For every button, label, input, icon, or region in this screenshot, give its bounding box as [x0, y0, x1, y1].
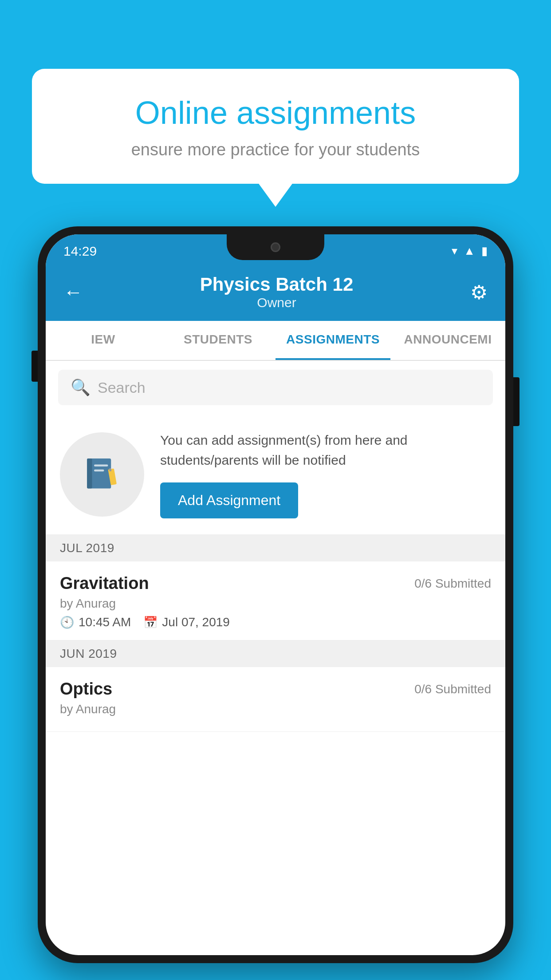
assignment-row1-optics: Optics 0/6 Submitted — [60, 680, 491, 699]
tab-announcements[interactable]: ANNOUNCEMI — [390, 321, 505, 360]
phone-screen: 14:29 ▾ ▲ ▮ ← Physics Batch 12 Owner ⚙ I… — [46, 234, 505, 955]
assignment-by-gravitation: by Anurag — [60, 597, 491, 611]
camera-dot — [271, 242, 280, 252]
assignment-row1: Gravitation 0/6 Submitted — [60, 574, 491, 593]
assignment-meta-gravitation: 🕙 10:45 AM 📅 Jul 07, 2019 — [60, 615, 491, 629]
assignment-date-gravitation: 📅 Jul 07, 2019 — [143, 615, 230, 629]
battery-icon: ▮ — [481, 244, 488, 258]
volume-button — [31, 351, 38, 382]
speech-bubble-title: Online assignments — [63, 95, 488, 130]
header-title-block: Physics Batch 12 Owner — [200, 274, 354, 310]
assignment-item-gravitation[interactable]: Gravitation 0/6 Submitted by Anurag 🕙 10… — [46, 561, 505, 640]
search-bar[interactable]: 🔍 Search — [58, 370, 493, 405]
status-icons: ▾ ▲ ▮ — [452, 244, 488, 258]
search-bar-container: 🔍 Search — [46, 361, 505, 414]
tab-assignments[interactable]: ASSIGNMENTS — [276, 321, 390, 360]
assignment-name-gravitation: Gravitation — [60, 574, 149, 593]
assignment-by-optics: by Anurag — [60, 702, 491, 716]
header-title: Physics Batch 12 — [200, 274, 354, 295]
assignment-item-optics[interactable]: Optics 0/6 Submitted by Anurag — [46, 667, 505, 732]
assignment-time-value: 10:45 AM — [79, 615, 131, 629]
assignment-date-value: Jul 07, 2019 — [162, 615, 230, 629]
tab-students[interactable]: STUDENTS — [161, 321, 276, 360]
search-icon: 🔍 — [71, 378, 91, 397]
svg-rect-1 — [87, 458, 92, 489]
info-card: You can add assignment(s) from here and … — [46, 414, 505, 535]
back-button[interactable]: ← — [63, 281, 83, 303]
assignment-time-gravitation: 🕙 10:45 AM — [60, 615, 131, 629]
notebook-svg-icon — [82, 454, 122, 494]
svg-rect-3 — [94, 469, 104, 471]
phone-container: 14:29 ▾ ▲ ▮ ← Physics Batch 12 Owner ⚙ I… — [38, 226, 513, 980]
section-header-jul: JUL 2019 — [46, 535, 505, 561]
app-header: ← Physics Batch 12 Owner ⚙ — [46, 263, 505, 321]
add-assignment-button[interactable]: Add Assignment — [160, 482, 298, 518]
assignment-name-optics: Optics — [60, 680, 112, 699]
section-header-jun: JUN 2019 — [46, 640, 505, 667]
phone-frame: 14:29 ▾ ▲ ▮ ← Physics Batch 12 Owner ⚙ I… — [38, 226, 513, 963]
header-subtitle: Owner — [200, 295, 354, 310]
notebook-icon-circle — [60, 432, 144, 517]
speech-bubble: Online assignments ensure more practice … — [32, 69, 519, 184]
tab-iew[interactable]: IEW — [46, 321, 161, 360]
settings-icon[interactable]: ⚙ — [470, 281, 488, 304]
calendar-icon: 📅 — [143, 616, 157, 629]
speech-bubble-container: Online assignments ensure more practice … — [32, 69, 519, 184]
svg-rect-2 — [94, 464, 108, 466]
power-button — [513, 377, 520, 426]
info-card-text-block: You can add assignment(s) from here and … — [160, 430, 491, 518]
info-card-description: You can add assignment(s) from here and … — [160, 430, 491, 470]
signal-icon: ▲ — [464, 244, 475, 258]
tabs-bar: IEW STUDENTS ASSIGNMENTS ANNOUNCEMI — [46, 321, 505, 361]
notch — [227, 234, 324, 260]
search-placeholder-text: Search — [98, 379, 146, 396]
speech-bubble-subtitle: ensure more practice for your students — [63, 140, 488, 159]
clock-icon: 🕙 — [60, 616, 74, 629]
wifi-icon: ▾ — [452, 244, 457, 258]
assignment-submitted-optics: 0/6 Submitted — [414, 682, 491, 696]
assignment-submitted-gravitation: 0/6 Submitted — [414, 577, 491, 591]
status-time: 14:29 — [63, 244, 97, 259]
